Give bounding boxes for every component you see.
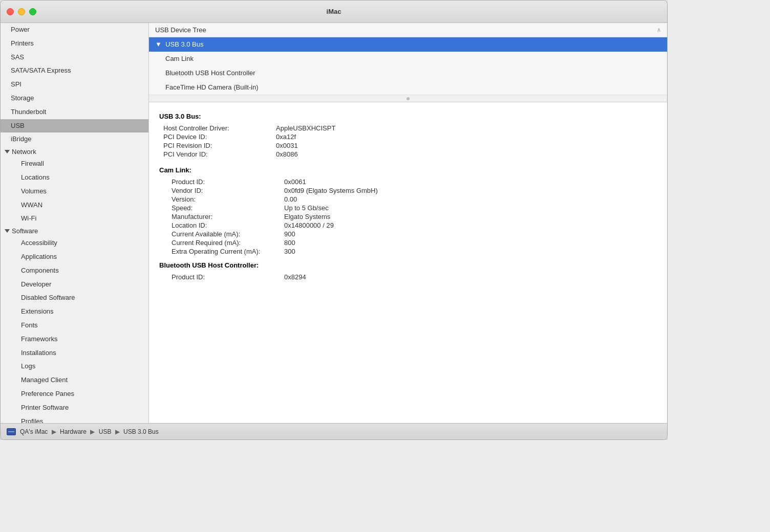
sidebar-item-installations[interactable]: Installations (11, 346, 148, 360)
sidebar-item-sas[interactable]: SAS (1, 51, 148, 64)
cam-link-title: Cam Link: (159, 166, 657, 174)
titlebar: iMac (1, 1, 667, 23)
detail-value-cam-speed: Up to 5 Gb/sec (284, 204, 329, 212)
sidebar-group-software[interactable]: Software (1, 226, 148, 236)
detail-label-cam-extra-current: Extra Operating Current (mA): (172, 248, 284, 255)
usb-bus-table: Host Controller Driver: AppleUSBXHCISPT … (163, 124, 657, 158)
imac-icon (7, 428, 16, 435)
sidebar-item-firewall[interactable]: Firewall (11, 157, 148, 171)
detail-row-cam-extra-current: Extra Operating Current (mA): 300 (172, 248, 657, 255)
detail-label-cam-manufacturer: Manufacturer: (172, 213, 284, 220)
breadcrumb-sep2: ▶ (90, 428, 96, 435)
detail-value-cam-manufacturer: Elgato Systems (284, 213, 330, 220)
sidebar-item-developer[interactable]: Developer (11, 278, 148, 292)
sidebar-item-fonts[interactable]: Fonts (11, 319, 148, 332)
breadcrumb: QA's iMac ▶ Hardware ▶ USB ▶ USB 3.0 Bus (20, 428, 159, 435)
breadcrumb-usb-bus: USB 3.0 Bus (123, 428, 159, 435)
sidebar-item-spi[interactable]: SPI (1, 78, 148, 92)
software-sub-items: Accessibility Applications Components De… (1, 236, 148, 423)
tree-row-usb-bus[interactable]: ▼ USB 3.0 Bus (149, 37, 667, 52)
sidebar-item-applications[interactable]: Applications (11, 250, 148, 264)
scroll-indicator (149, 95, 667, 102)
network-triangle-icon (5, 150, 10, 153)
detail-row-cam-manufacturer: Manufacturer: Elgato Systems (172, 213, 657, 220)
sidebar-item-frameworks[interactable]: Frameworks (11, 332, 148, 346)
statusbar: QA's iMac ▶ Hardware ▶ USB ▶ USB 3.0 Bus (1, 423, 667, 439)
detail-label-host-controller: Host Controller Driver: (163, 124, 276, 132)
detail-label-cam-location-id: Location ID: (172, 221, 284, 229)
detail-row-cam-current-req: Current Required (mA): 800 (172, 239, 657, 247)
sidebar-item-profiles[interactable]: Profiles (11, 415, 148, 423)
detail-value-cam-current-avail: 900 (284, 230, 295, 238)
detail-label-cam-product-id: Product ID: (172, 178, 284, 186)
detail-label-cam-current-avail: Current Available (mA): (172, 230, 284, 238)
sidebar-item-accessibility[interactable]: Accessibility (11, 236, 148, 250)
sidebar-group-network[interactable]: Network (1, 146, 148, 157)
breadcrumb-imac: QA's iMac (20, 428, 48, 435)
breadcrumb-sep1: ▶ (52, 428, 58, 435)
detail-row-host-controller: Host Controller Driver: AppleUSBXHCISPT (163, 124, 657, 132)
detail-value-cam-location-id: 0x14800000 / 29 (284, 221, 334, 229)
maximize-button[interactable] (29, 8, 36, 15)
detail-row-cam-speed: Speed: Up to 5 Gb/sec (172, 204, 657, 212)
sidebar-item-wifi[interactable]: Wi-Fi (11, 212, 148, 226)
detail-row-cam-product-id: Product ID: 0x0061 (172, 178, 657, 186)
detail-label-pci-vendor: PCI Vendor ID: (163, 150, 276, 158)
sidebar-item-sata[interactable]: SATA/SATA Express (1, 64, 148, 78)
detail-value-cam-vendor-id: 0x0fd9 (Elgato Systems GmbH) (284, 187, 378, 194)
tree-header: USB Device Tree ∧ (149, 23, 667, 37)
breadcrumb-sep3: ▶ (115, 428, 121, 435)
device-tree-section: USB Device Tree ∧ ▼ USB 3.0 Bus Cam Link… (149, 23, 667, 102)
sidebar-item-locations[interactable]: Locations (11, 171, 148, 185)
sidebar-item-ibridge[interactable]: iBridge (1, 132, 148, 146)
sidebar-item-preference-panes[interactable]: Preference Panes (11, 387, 148, 401)
network-sub-items: Firewall Locations Volumes WWAN Wi-Fi (1, 157, 148, 226)
tree-row-cam-link[interactable]: Cam Link (149, 52, 667, 66)
bluetooth-table: Product ID: 0x8294 (172, 273, 657, 281)
cam-link-table: Product ID: 0x0061 Vendor ID: 0x0fd9 (El… (172, 178, 657, 255)
detail-label-cam-speed: Speed: (172, 204, 284, 212)
detail-value-cam-extra-current: 300 (284, 248, 295, 255)
sidebar-item-components[interactable]: Components (11, 264, 148, 278)
detail-value-cam-version: 0.00 (284, 195, 297, 203)
detail-label-pci-revision: PCI Revision ID: (163, 142, 276, 149)
sidebar-item-printer-software[interactable]: Printer Software (11, 401, 148, 415)
detail-row-pci-vendor: PCI Vendor ID: 0x8086 (163, 150, 657, 158)
sidebar-group-network-label: Network (12, 148, 36, 156)
sidebar-item-usb[interactable]: USB (1, 119, 148, 133)
detail-label-cam-version: Version: (172, 195, 284, 203)
content-area: Power Printers SAS SATA/SATA Express SPI… (1, 23, 667, 423)
detail-label-bt-product-id: Product ID: (172, 273, 284, 281)
detail-row-pci-revision: PCI Revision ID: 0x0031 (163, 142, 657, 149)
detail-label-cam-current-req: Current Required (mA): (172, 239, 284, 247)
detail-value-pci-vendor: 0x8086 (276, 150, 298, 158)
scroll-dot (407, 97, 410, 100)
detail-row-bt-product-id: Product ID: 0x8294 (172, 273, 657, 281)
tree-collapse-icon[interactable]: ∧ (657, 27, 661, 33)
usb-bus-title: USB 3.0 Bus: (159, 113, 657, 120)
tree-content[interactable]: ▼ USB 3.0 Bus Cam Link Bluetooth USB Hos… (149, 37, 667, 95)
window-title: iMac (327, 8, 341, 15)
sidebar-item-power[interactable]: Power (1, 23, 148, 37)
tree-row-bluetooth[interactable]: Bluetooth USB Host Controller (149, 66, 667, 80)
bluetooth-title: Bluetooth USB Host Controller: (159, 261, 657, 269)
sidebar-item-thunderbolt[interactable]: Thunderbolt (1, 105, 148, 119)
minimize-button[interactable] (18, 8, 25, 15)
main-panel: USB Device Tree ∧ ▼ USB 3.0 Bus Cam Link… (149, 23, 667, 423)
close-button[interactable] (7, 8, 14, 15)
detail-value-bt-product-id: 0x8294 (284, 273, 306, 281)
detail-value-host-controller: AppleUSBXHCISPT (276, 124, 335, 132)
traffic-lights (7, 8, 36, 15)
sidebar[interactable]: Power Printers SAS SATA/SATA Express SPI… (1, 23, 149, 423)
sidebar-item-volumes[interactable]: Volumes (11, 185, 148, 198)
detail-value-cam-product-id: 0x0061 (284, 178, 306, 186)
sidebar-item-logs[interactable]: Logs (11, 360, 148, 373)
sidebar-item-disabled-software[interactable]: Disabled Software (11, 291, 148, 305)
sidebar-item-printers[interactable]: Printers (1, 37, 148, 51)
sidebar-item-storage[interactable]: Storage (1, 92, 148, 105)
sidebar-item-managed-client[interactable]: Managed Client (11, 373, 148, 387)
tree-row-facetime[interactable]: FaceTime HD Camera (Built-in) (149, 80, 667, 95)
sidebar-item-extensions[interactable]: Extensions (11, 305, 148, 319)
detail-section[interactable]: USB 3.0 Bus: Host Controller Driver: App… (149, 102, 667, 423)
sidebar-item-wwan[interactable]: WWAN (11, 198, 148, 212)
